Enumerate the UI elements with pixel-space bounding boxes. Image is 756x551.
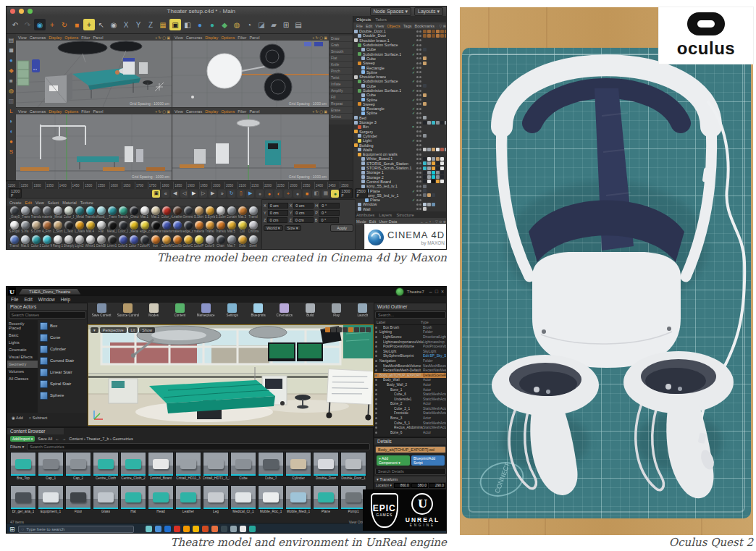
- crumb-content[interactable]: Content: [69, 437, 83, 441]
- taskbar-app-icon[interactable]: [183, 526, 190, 532]
- perspective-scene[interactable]: [16, 41, 172, 107]
- tool-button[interactable]: Twist: [329, 75, 353, 80]
- visibility-eye-icon[interactable]: [375, 432, 377, 434]
- filters-button[interactable]: Filters ▾: [10, 445, 24, 449]
- project-tab[interactable]: THEA_Docu_Theatre: [19, 289, 80, 295]
- material-swatch[interactable]: _Trans: [106, 206, 117, 220]
- material-swatch[interactable]: Color 7: [128, 235, 139, 249]
- material-swatch[interactable]: Color5: [117, 235, 128, 249]
- layouts-dropdown[interactable]: Layouts ▾: [414, 7, 443, 16]
- transport-button[interactable]: ▯: [237, 190, 245, 198]
- material-swatch[interactable]: Mat.2: [150, 206, 161, 220]
- world-outliner-title[interactable]: World Outliner: [374, 303, 447, 310]
- material-menu-item[interactable]: Select: [48, 201, 59, 205]
- material-swatch[interactable]: Color9: [204, 235, 215, 249]
- viewport-corner-icons[interactable]: + ↻ ▢ ▣: [155, 35, 170, 40]
- c4d-mode-icon[interactable]: L: [7, 106, 16, 115]
- viewport-top[interactable]: ViewCamerasDisplayOptionsFilterPanel + ↻…: [172, 34, 329, 107]
- material-swatch[interactable]: S.Pupil: [9, 220, 20, 235]
- material-swatch[interactable]: Col: [237, 220, 248, 235]
- viewport-menu-item[interactable]: Display: [205, 35, 218, 40]
- visibility-eye-icon[interactable]: [375, 336, 377, 338]
- c4d-tool-icon[interactable]: ◔: [243, 19, 255, 30]
- material-swatch[interactable]: Color_A: [161, 206, 172, 220]
- outliner-row[interactable]: Bone_3 Actor: [374, 416, 447, 421]
- ue-toolbar-button[interactable]: Marketplace: [193, 303, 219, 317]
- scale-tool-icon[interactable]: [343, 327, 348, 332]
- material-swatch[interactable]: Rang 1: [52, 235, 63, 249]
- c4d-tool-icon[interactable]: ▣: [169, 19, 181, 30]
- ue-menu-item[interactable]: Help: [61, 297, 70, 302]
- place-actors-category[interactable]: Cinematic: [7, 346, 38, 353]
- viewport-perspective[interactable]: ViewCamerasDisplayOptionsFilterPanel + ↻…: [16, 34, 172, 107]
- rotation-field[interactable]: 0 °: [319, 203, 340, 209]
- outliner-row[interactable]: Navigation Folder: [374, 358, 447, 363]
- attribute-icons[interactable]: ← → ↑ ◌ ▽ ⊙ ⊗: [420, 219, 446, 224]
- add-component-button[interactable]: + Add Component ▾: [377, 455, 410, 466]
- asset-tile[interactable]: Glass: [92, 485, 119, 518]
- c4d-tool-icon[interactable]: ↶: [9, 19, 21, 30]
- visibility-eye-icon[interactable]: [375, 403, 377, 405]
- place-actor-item[interactable]: Linear Stair: [40, 366, 87, 378]
- material-menu-item[interactable]: Texture: [80, 201, 93, 205]
- viewport-menu-item[interactable]: Panel: [249, 109, 259, 114]
- c4d-tool-icon[interactable]: ◉: [108, 19, 119, 30]
- taskbar-app-icon[interactable]: [164, 526, 171, 532]
- c4d-mode-icon[interactable]: ◼: [7, 46, 16, 54]
- material-swatch[interactable]: 1_Nails: [74, 220, 85, 235]
- attribute-tab[interactable]: Attributes: [356, 213, 374, 217]
- transport-button[interactable]: ▶: [246, 190, 254, 198]
- material-swatch[interactable]: Genesis: [182, 206, 193, 220]
- visibility-eye-icon[interactable]: [375, 379, 377, 381]
- outliner-row[interactable]: RecastNavMesh-Default RecastNavMesh: [374, 368, 447, 373]
- material-swatch[interactable]: Linen1: [106, 235, 117, 249]
- material-menu-item[interactable]: Edit: [25, 201, 32, 205]
- material-swatch[interactable]: Chrome: [248, 220, 259, 235]
- add-import-button[interactable]: Add/Import ▾: [10, 436, 35, 442]
- transport-button[interactable]: ◁: [180, 190, 188, 198]
- outliner-row[interactable]: Body_Wall_2 Actor: [374, 382, 447, 387]
- tab-takes[interactable]: Takes: [375, 17, 387, 22]
- ue-menu-item[interactable]: Window: [38, 297, 55, 302]
- range-start-field[interactable]: 1300 F: [339, 188, 352, 198]
- scale-field[interactable]: 0 cm: [293, 203, 314, 209]
- viewport-lit-button[interactable]: Lit: [128, 327, 138, 333]
- visibility-eye-icon[interactable]: [375, 389, 377, 391]
- material-swatch[interactable]: Translu: [117, 206, 128, 220]
- material-swatch[interactable]: Mat.1: [139, 206, 150, 220]
- move-tool-icon[interactable]: [331, 327, 336, 332]
- material-swatch[interactable]: materia: [41, 206, 52, 220]
- place-actors-search-input[interactable]: [9, 311, 86, 319]
- taskbar-app-icon[interactable]: [146, 526, 152, 532]
- viewport-menu-item[interactable]: Display: [49, 35, 62, 40]
- c4d-tool-icon[interactable]: ⊞: [280, 19, 292, 30]
- place-actors-category[interactable]: Volumes: [7, 368, 38, 375]
- position-field[interactable]: 0 cm: [267, 217, 287, 223]
- asset-tile[interactable]: Medical_Cr_1: [230, 485, 257, 518]
- c4d-tool-icon[interactable]: ●: [194, 19, 206, 30]
- tool-button[interactable]: Select: [329, 114, 353, 119]
- tool-button[interactable]: Inflate: [329, 81, 353, 87]
- object-menu-item[interactable]: Tags: [403, 24, 412, 28]
- place-actor-item[interactable]: Cylinder: [40, 343, 87, 355]
- ue-menu-item[interactable]: Edit: [24, 297, 32, 302]
- tool-button[interactable]: Grab: [329, 42, 353, 48]
- material-swatch[interactable]: ColorP: [193, 235, 204, 249]
- material-swatch[interactable]: _Metal: [128, 220, 139, 235]
- tool-button[interactable]: Pinch: [329, 68, 353, 74]
- camera-speed-icon[interactable]: [360, 327, 365, 332]
- asset-tile[interactable]: Double_Door: [312, 452, 340, 485]
- c4d-mode-icon[interactable]: ◗: [7, 117, 16, 125]
- visibility-eye-icon[interactable]: [375, 393, 377, 395]
- asset-tile[interactable]: Head: [147, 485, 175, 518]
- c4d-mode-icon[interactable]: ▤: [7, 35, 16, 44]
- position-field[interactable]: 0 cm: [268, 210, 288, 216]
- transport-button[interactable]: ◀: [171, 190, 179, 198]
- c4d-tool-icon[interactable]: ◧: [182, 19, 193, 30]
- c4d-tool-icon[interactable]: ◉: [34, 19, 46, 30]
- transport-button[interactable]: ●: [331, 190, 339, 198]
- close-button[interactable]: ×: [441, 289, 444, 294]
- add-script-button[interactable]: Blueprint/Add Script: [411, 455, 445, 466]
- viewport-menu-item[interactable]: View: [18, 109, 27, 114]
- location-z-field[interactable]: 290.0: [429, 483, 445, 488]
